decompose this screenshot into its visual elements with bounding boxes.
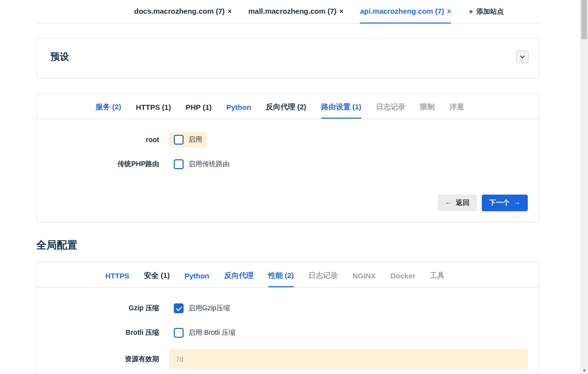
plus-icon: ＋: [468, 7, 474, 16]
gtab-python[interactable]: Python: [185, 272, 210, 287]
root-check-label: 启用: [188, 135, 202, 144]
global-config-heading: 全局配置: [36, 238, 539, 252]
gtab-reverse-proxy[interactable]: 反向代理: [224, 271, 254, 287]
scrollbar-thumb[interactable]: [581, 0, 587, 39]
gzip-row: Gzip 压缩 启用Gzip压缩: [47, 300, 528, 316]
root-row: root 启用: [47, 132, 528, 148]
tab-onion[interactable]: 洋葱: [449, 102, 464, 119]
gzip-label: Gzip 压缩: [47, 304, 169, 313]
site-config-card: 服务 (2) HTTPS (1) PHP (1) Python 反向代理 (2)…: [36, 93, 539, 223]
site-tab-docs[interactable]: docs.macrozheng.com (7) ×: [134, 0, 232, 24]
site-tab-mall[interactable]: mall.macrozheng.com (7) ×: [248, 0, 343, 24]
site-tab-label: api.macrozheng.com (7): [360, 7, 444, 15]
tab-log[interactable]: 日志记录: [376, 102, 405, 119]
root-check-wrap: 启用: [169, 132, 207, 148]
root-checkbox[interactable]: [174, 135, 184, 145]
tab-route[interactable]: 路由设置 (1): [321, 102, 362, 119]
gzip-check-label: 启用Gzip压缩: [188, 304, 230, 313]
tab-https[interactable]: HTTPS (1): [136, 103, 171, 118]
php-route-row: 传统PHP路由 启用传统路由: [47, 156, 528, 172]
add-site-label: 添加站点: [476, 7, 504, 16]
tab-reverse-proxy[interactable]: 反向代理 (2): [266, 102, 306, 119]
arrow-left-icon: ←: [445, 199, 452, 207]
gtab-https[interactable]: HTTPS: [105, 272, 129, 287]
php-route-checkbox[interactable]: [174, 159, 184, 169]
site-tabs: docs.macrozheng.com (7) × mall.macrozhen…: [36, 0, 539, 24]
gtab-performance[interactable]: 性能 (2): [268, 271, 294, 287]
close-icon[interactable]: ×: [339, 7, 343, 15]
next-button[interactable]: 下一个 →: [482, 195, 528, 211]
back-button[interactable]: ← 返回: [438, 195, 477, 211]
php-route-label: 传统PHP路由: [47, 160, 169, 169]
php-route-check-wrap: 启用传统路由: [169, 156, 235, 172]
close-icon[interactable]: ×: [447, 7, 451, 15]
tab-limit[interactable]: 限制: [420, 102, 435, 119]
preset-card: 预设: [36, 38, 539, 78]
gtab-log[interactable]: 日志记录: [308, 271, 338, 287]
asset-expire-label: 资源有效期: [47, 355, 169, 364]
asset-expire-row: 资源有效期: [47, 349, 528, 369]
asset-expire-input[interactable]: [169, 349, 528, 369]
expand-button[interactable]: [516, 50, 529, 63]
global-tabs: HTTPS 安全 (1) Python 反向代理 性能 (2) 日志记录 NGI…: [37, 262, 539, 288]
preset-header: 预设: [37, 39, 539, 78]
next-label: 下一个: [489, 199, 510, 207]
tab-service[interactable]: 服务 (2): [95, 102, 121, 119]
performance-form: Gzip 压缩 启用Gzip压缩 Brotli 压缩 启用 Brotli 压缩 …: [37, 288, 539, 374]
gtab-nginx[interactable]: NGINX: [353, 272, 376, 287]
gtab-tools[interactable]: 工具: [430, 271, 445, 287]
scrollbar[interactable]: ▾: [580, 0, 588, 374]
preset-title: 预设: [50, 50, 69, 63]
brotli-label: Brotli 压缩: [47, 328, 169, 337]
site-tab-label: mall.macrozheng.com (7): [248, 7, 336, 15]
php-route-check-label: 启用传统路由: [188, 160, 230, 169]
gtab-docker[interactable]: Docker: [391, 272, 416, 287]
close-icon[interactable]: ×: [228, 7, 232, 15]
back-label: 返回: [456, 199, 470, 207]
site-tab-api[interactable]: api.macrozheng.com (7) ×: [360, 0, 451, 24]
route-nav-buttons: ← 返回 下一个 →: [37, 191, 539, 222]
route-form: root 启用 传统PHP路由 启用传统路由: [37, 119, 539, 191]
brotli-row: Brotli 压缩 启用 Brotli 压缩: [47, 325, 528, 341]
gtab-security[interactable]: 安全 (1): [144, 271, 170, 287]
add-site-button[interactable]: ＋ 添加站点: [468, 7, 504, 16]
tab-python[interactable]: Python: [226, 103, 251, 118]
global-config-card: HTTPS 安全 (1) Python 反向代理 性能 (2) 日志记录 NGI…: [36, 262, 539, 374]
tab-php[interactable]: PHP (1): [186, 103, 212, 118]
gzip-check-wrap: 启用Gzip压缩: [169, 300, 235, 316]
site-config-tabs: 服务 (2) HTTPS (1) PHP (1) Python 反向代理 (2)…: [37, 94, 539, 119]
arrow-right-icon: →: [514, 199, 520, 207]
site-tab-label: docs.macrozheng.com (7): [134, 7, 225, 15]
gzip-checkbox[interactable]: [174, 303, 184, 313]
chevron-down-icon[interactable]: ▾: [580, 366, 588, 374]
brotli-check-wrap: 启用 Brotli 压缩: [169, 325, 240, 341]
chevron-down-icon: [519, 54, 525, 60]
brotli-check-label: 启用 Brotli 压缩: [188, 328, 235, 337]
brotli-checkbox[interactable]: [174, 328, 184, 338]
root-label: root: [47, 136, 169, 144]
